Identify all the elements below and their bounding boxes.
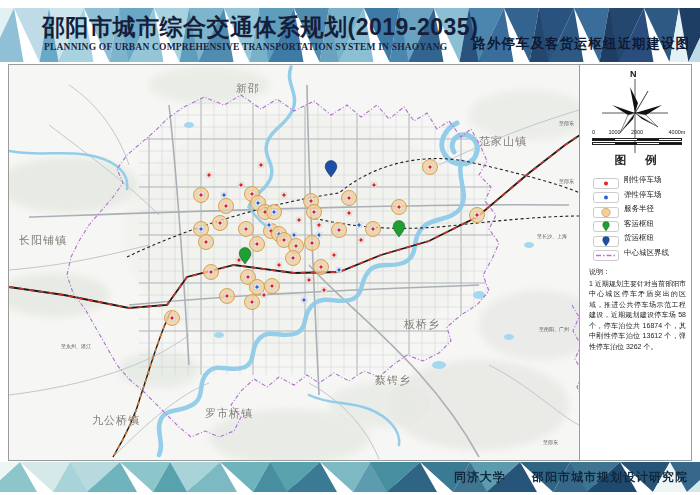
scale-tick: 0 bbox=[592, 129, 595, 135]
town-label: 罗市桥镇 bbox=[205, 407, 253, 419]
page-title: 邵阳市城市综合交通体系规划(2019-2035) bbox=[42, 12, 478, 43]
road-destination-label: 至邵东 bbox=[559, 120, 574, 127]
rigid-parking-marker bbox=[206, 172, 211, 177]
org-university: 同济大学 bbox=[454, 469, 506, 486]
rigid-parking-marker bbox=[331, 252, 336, 257]
legend-item-label: 刚性停车场 bbox=[624, 175, 662, 185]
pin-green-icon bbox=[593, 218, 619, 229]
dot-red-icon bbox=[593, 175, 619, 186]
town-label: 板桥乡 bbox=[403, 318, 440, 330]
service-radius-marker bbox=[250, 237, 265, 252]
rigid-parking-marker bbox=[316, 222, 321, 227]
compass-north-label: N bbox=[630, 69, 637, 79]
rigid-parking-marker bbox=[281, 192, 286, 197]
service-radius-marker bbox=[245, 295, 260, 310]
flexible-parking-marker bbox=[291, 232, 296, 237]
flexible-parking-marker bbox=[221, 192, 226, 197]
service-radius-marker bbox=[239, 222, 254, 237]
dot-blue-icon bbox=[593, 189, 619, 200]
notes-body: 1 近期规划主要针对当前邵阳市中心城区停车矛盾突出的区域，推进公共停车场示范工程… bbox=[589, 280, 686, 350]
service-radius-marker bbox=[219, 199, 234, 214]
service-radius-marker bbox=[470, 208, 485, 223]
road-destination-label: 至邵东 bbox=[559, 178, 574, 185]
line-magenta-icon bbox=[593, 247, 619, 258]
service-radius-marker bbox=[194, 188, 209, 203]
service-radius-marker bbox=[220, 289, 235, 304]
rigid-parking-marker bbox=[321, 287, 326, 292]
service-radius-marker bbox=[265, 279, 280, 294]
rigid-parking-marker bbox=[261, 292, 266, 297]
flexible-parking-marker bbox=[336, 267, 341, 272]
legend-item-label: 货运枢纽 bbox=[624, 233, 654, 243]
rigid-parking-marker bbox=[276, 262, 281, 267]
pin-blue-icon bbox=[593, 233, 619, 244]
road-destination-label: 至永州、湛江 bbox=[61, 343, 91, 350]
notes: 说明： 1 近期规划主要针对当前邵阳市中心城区停车矛盾突出的区域，推进公共停车场… bbox=[589, 267, 686, 352]
rigid-parking-marker bbox=[238, 182, 243, 187]
map-canvas: 新邵范家山镇长阳铺镇板桥乡蔡锷乡九公桥镇罗市桥镇至邵东至邵东至长沙、上海至衡阳、… bbox=[9, 65, 579, 460]
service-radius-marker bbox=[267, 205, 282, 220]
scale-tick: 4000m bbox=[669, 129, 686, 135]
page: { "header": { "title_zh": "邵阳市城市综合交通体系规划… bbox=[0, 0, 700, 495]
rigid-parking-marker bbox=[371, 182, 376, 187]
service-radius-marker bbox=[165, 311, 180, 326]
org-institute: 邵阳市城市规划设计研究院 bbox=[532, 469, 688, 486]
service-radius-marker bbox=[286, 251, 301, 266]
flexible-parking-marker bbox=[316, 232, 321, 237]
road-destination-label: 至邵东 bbox=[543, 439, 558, 446]
service-radius-marker bbox=[307, 205, 322, 220]
service-radius-marker bbox=[314, 260, 329, 275]
legend-item-label: 服务半径 bbox=[624, 204, 654, 214]
rigid-parking-marker bbox=[306, 277, 311, 282]
town-label: 范家山镇 bbox=[479, 135, 527, 147]
notes-title: 说明： bbox=[589, 267, 686, 278]
town-label: 新邵 bbox=[236, 82, 260, 94]
sheet-title: 路外停车及客货运枢纽近期建设图 bbox=[473, 35, 691, 53]
footer-banner: 同济大学 邵阳市城市规划设计研究院 bbox=[0, 462, 700, 492]
page-title-english: PLANNING OF URBAN COMPREHENSIVE TRANSPOR… bbox=[44, 42, 447, 52]
road-destination-label: 至长沙、上海 bbox=[537, 233, 567, 240]
flexible-parking-marker bbox=[266, 222, 271, 227]
legend-item: 客运枢纽 bbox=[593, 217, 687, 232]
town-label: 九公桥镇 bbox=[92, 414, 140, 426]
legend-item: 货运枢纽 bbox=[593, 231, 687, 246]
map-frame: 新邵范家山镇长阳铺镇板桥乡蔡锷乡九公桥镇罗市桥镇至邵东至邵东至长沙、上海至衡阳、… bbox=[8, 64, 692, 461]
service-radius-marker bbox=[204, 265, 219, 280]
header-banner: 邵阳市城市综合交通体系规划(2019-2035) PLANNING OF URB… bbox=[0, 8, 700, 62]
legend-item-label: 客运枢纽 bbox=[624, 219, 654, 229]
service-radius-marker bbox=[199, 235, 214, 250]
legend-list: 刚性停车场弹性停车场服务半径客运枢纽货运枢纽中心城区界线 bbox=[593, 173, 687, 260]
road-destination-label: 至衡阳、广州 bbox=[539, 326, 569, 333]
service-radius-marker bbox=[392, 200, 407, 215]
circle-tan-icon bbox=[593, 204, 619, 215]
legend-panel: N 0 1000 2000 bbox=[579, 65, 691, 460]
legend-item: 服务半径 bbox=[593, 202, 687, 217]
rigid-parking-marker bbox=[358, 237, 363, 242]
town-label: 蔡锷乡 bbox=[375, 374, 411, 386]
legend-item-label: 弹性停车场 bbox=[624, 190, 662, 200]
legend-item: 刚性停车场 bbox=[593, 173, 687, 188]
rigid-parking-marker bbox=[258, 162, 263, 167]
legend-item: 中心城区界线 bbox=[593, 246, 687, 261]
scale-tick: 1000 bbox=[608, 129, 620, 135]
service-radius-marker bbox=[213, 216, 228, 231]
legend-item-label: 中心城区界线 bbox=[624, 248, 669, 258]
footer-organizations: 同济大学 邵阳市城市规划设计研究院 bbox=[454, 462, 688, 492]
service-radius-marker bbox=[342, 191, 357, 206]
rigid-parking-marker bbox=[346, 210, 351, 215]
service-radius-marker bbox=[423, 160, 438, 175]
rigid-parking-marker bbox=[296, 217, 301, 222]
scale-bar: 0 1000 2000 4000m bbox=[592, 129, 682, 151]
legend-item: 弹性停车场 bbox=[593, 188, 687, 203]
flexible-parking-marker bbox=[356, 222, 361, 227]
flexible-parking-marker bbox=[301, 297, 306, 302]
service-radius-marker bbox=[366, 222, 381, 237]
legend-title: 图 例 bbox=[580, 153, 691, 168]
service-radius-marker bbox=[332, 223, 347, 238]
scale-tick: 2000 bbox=[631, 129, 643, 135]
town-label: 长阳铺镇 bbox=[18, 234, 67, 246]
